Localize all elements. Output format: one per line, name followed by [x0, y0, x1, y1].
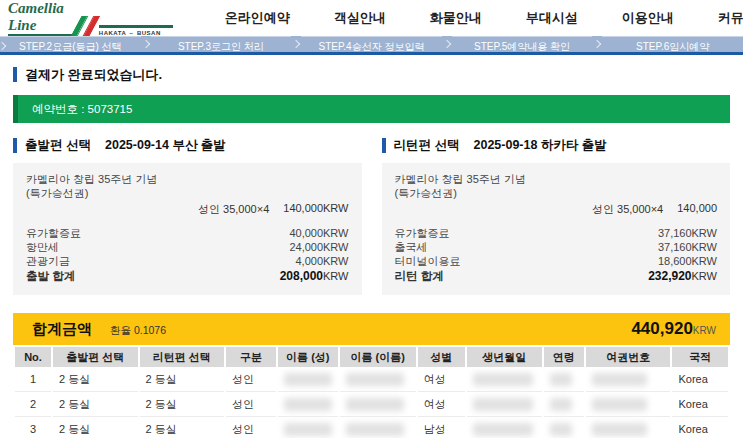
return-total-value: 232,920 — [648, 269, 691, 283]
col-header-outbound: 출발편 선택 — [53, 347, 138, 367]
outbound-total-row: 출발 합계 208,000KRW — [26, 269, 349, 284]
fare-name-line1: 카멜리아 창립 35주년 기념 — [26, 172, 349, 186]
step-6-temp-reservation: STEP.6임시예약 — [602, 36, 743, 52]
return-total-row: 리턴 합계 232,920KRW — [395, 269, 718, 284]
fee-row: 유가할증료 37,160KRW — [395, 226, 718, 240]
outbound-section: 출발편 선택 2025-09-14 부산 출발 카멜리아 창립 35주년 기념 … — [13, 138, 362, 295]
nav-item-facilities[interactable]: 부대시설 — [526, 9, 578, 27]
col-header-passport: 여권번호 — [586, 347, 671, 367]
chevron-right-icon — [292, 40, 300, 48]
page-title: 결제가 완료되었습니다. — [13, 67, 730, 82]
table-header-row: No. 출발편 선택 리턴편 선택 구분 이름 (성) 이름 (이름) 성별 생… — [15, 347, 728, 367]
return-date: 2025-09-18 하카타 출발 — [473, 138, 606, 153]
step-3-login: STEP.3로그인 처리 — [151, 36, 292, 52]
return-title: 리턴편 선택 2025-09-18 하카타 출발 — [382, 138, 731, 153]
table-row: 1 2 등실 2 등실 성인 여성 Korea — [15, 367, 728, 392]
fee-row: 터미널이용료 18,600KRW — [395, 254, 718, 268]
outbound-title: 출발편 선택 2025-09-14 부산 출발 — [13, 138, 362, 153]
logo-wordmark: Camellia Line — [8, 0, 73, 36]
nav-item-cargo-info[interactable]: 화물안내 — [430, 9, 482, 27]
return-title-label: 리턴편 선택 — [394, 138, 460, 153]
col-header-lastname: 이름 (성) — [278, 347, 338, 367]
col-header-age: 연령 — [544, 347, 584, 367]
fare-amount: 140,000KRW — [283, 202, 348, 217]
redacted-lastname — [278, 392, 338, 417]
fare-name-line1: 카멜리아 창립 35주년 기념 — [395, 172, 718, 186]
fare-name-line2: (특가승선권) — [395, 186, 718, 200]
grand-total-label: 합계금액 — [32, 320, 92, 339]
redacted-passport — [586, 417, 671, 438]
redacted-lastname — [278, 417, 338, 438]
redacted-age — [544, 417, 584, 438]
return-fare-panel: 카멜리아 창립 35주년 기념 (특가승선권) 성인 35,000×4 140,… — [382, 163, 731, 295]
logo-route-text: HAKATA ⇔ BUSAN — [99, 25, 173, 36]
col-header-type: 구분 — [226, 347, 276, 367]
col-header-no: No. — [15, 347, 51, 367]
redacted-birthdate — [467, 367, 542, 392]
col-header-return: 리턴편 선택 — [140, 347, 225, 367]
outbound-total-value: 208,000 — [280, 269, 323, 283]
col-header-nationality: 국적 — [672, 347, 728, 367]
redacted-birthdate — [467, 392, 542, 417]
step-5-confirm: STEP.5예약내용 확인 — [452, 36, 593, 52]
redacted-firstname — [340, 392, 416, 417]
reservation-number: 예약번호 : 5073715 — [32, 102, 132, 117]
fee-row: 출국세 37,160KRW — [395, 240, 718, 254]
redacted-age — [544, 367, 584, 392]
camellia-line-logo[interactable]: Camellia Line HAKATA ⇔ BUSAN — [8, 0, 173, 36]
fee-row: 관광기금 4,000KRW — [26, 254, 349, 268]
table-row: 2 2 등실 2 등실 성인 여성 Korea — [15, 392, 728, 417]
nav-item-usage-info[interactable]: 이용안내 — [622, 9, 674, 27]
redacted-age — [544, 392, 584, 417]
redacted-firstname — [340, 367, 416, 392]
redacted-passport — [586, 392, 671, 417]
grand-total-amount: 440,920KRW — [631, 319, 716, 339]
grand-total-bar: 합계금액 환율 0.1076 440,920KRW — [13, 313, 730, 345]
logo-flag-stripes-icon — [71, 16, 100, 36]
return-section: 리턴편 선택 2025-09-18 하카타 출발 카멜리아 창립 35주년 기념… — [382, 138, 731, 295]
col-header-gender: 성별 — [418, 347, 465, 367]
outbound-date: 2025-09-14 부산 출발 — [105, 138, 226, 153]
col-header-birthdate: 생년월일 — [467, 347, 542, 367]
fee-row: 항만세 24,000KRW — [26, 240, 349, 254]
chevron-right-icon — [141, 40, 149, 48]
fare-calc: 성인 35,000×4 — [198, 202, 269, 217]
fare-name-line2: (특가승선권) — [26, 186, 349, 200]
fare-amount: 140,000 — [677, 202, 717, 217]
site-header: Camellia Line HAKATA ⇔ BUSAN 온라인예약 객실안내 … — [0, 0, 743, 36]
col-header-firstname: 이름 (이름) — [340, 347, 416, 367]
chevron-right-icon — [443, 40, 451, 48]
redacted-firstname — [340, 417, 416, 438]
logo-underline — [99, 25, 173, 28]
exchange-rate: 환율 0.1076 — [110, 324, 166, 338]
chevron-right-icon — [593, 40, 601, 48]
step-4-passenger-info: STEP.4승선자 정보입력 — [301, 36, 442, 52]
table-row: 3 2 등실 2 등실 성인 남성 Korea — [15, 417, 728, 438]
redacted-birthdate — [467, 417, 542, 438]
fee-row: 유가할증료 40,000KRW — [26, 226, 349, 240]
reservation-number-banner: 예약번호 : 5073715 — [13, 95, 730, 123]
main-content: 결제가 완료되었습니다. 예약번호 : 5073715 출발편 선택 2025-… — [0, 67, 743, 438]
fare-calc: 성인 35,000×4 — [592, 202, 663, 217]
outbound-title-label: 출발편 선택 — [25, 138, 91, 153]
redacted-passport — [586, 367, 671, 392]
currency-unit: KRW — [693, 325, 716, 336]
main-nav: 온라인예약 객실안내 화물안내 부대시설 이용안내 커뮤니티 — [225, 9, 743, 27]
step-progress-bar: STEP.2요금(등급) 선택 STEP.3로그인 처리 STEP.4승선자 정… — [0, 36, 743, 55]
nav-item-community[interactable]: 커뮤니티 — [718, 9, 743, 27]
nav-item-cabin-info[interactable]: 객실안내 — [334, 9, 386, 27]
nav-item-online-reservation[interactable]: 온라인예약 — [225, 9, 290, 27]
step-2-fare-selection: STEP.2요금(등급) 선택 — [0, 36, 141, 52]
redacted-lastname — [278, 367, 338, 392]
outbound-fare-panel: 카멜리아 창립 35주년 기념 (특가승선권) 성인 35,000×4 140,… — [13, 163, 362, 295]
passenger-table: No. 출발편 선택 리턴편 선택 구분 이름 (성) 이름 (이름) 성별 생… — [13, 347, 730, 438]
